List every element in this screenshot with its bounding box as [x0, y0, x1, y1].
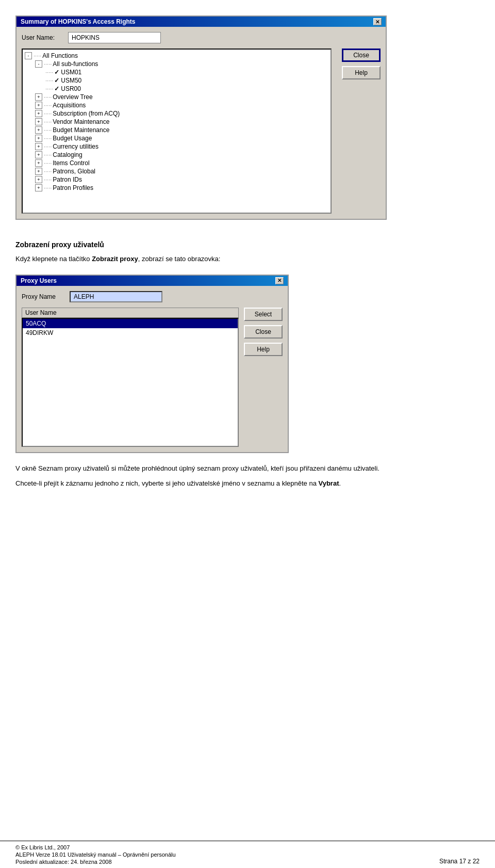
tree-item-acquisitions[interactable]: + ····· Acquisitions	[25, 101, 328, 109]
proxy-name-input[interactable]: ALEPH	[70, 291, 162, 302]
access-rights-tree[interactable]: - ····· All Functions - ····· All sub-fu…	[22, 49, 332, 214]
section2-para1: V okně Seznam proxy uživatelů si můžete …	[15, 463, 480, 474]
proxy-titlebar: Proxy Users ✕	[16, 276, 288, 286]
page-footer: © Ex Libris Ltd., 2007 ALEPH Verze 18.01…	[0, 841, 495, 868]
access-rights-buttons: Close Help	[342, 49, 381, 79]
expand-icon-overview[interactable]: +	[35, 93, 42, 101]
access-rights-close-icon[interactable]: ✕	[373, 18, 382, 25]
expand-icon-subscription[interactable]: +	[35, 110, 42, 117]
expand-icon-items[interactable]: +	[35, 159, 42, 167]
proxy-list-item-49dirkw[interactable]: 49DIRKW	[23, 328, 238, 337]
expand-icon-cataloging[interactable]: +	[35, 151, 42, 158]
expand-icon-vendor[interactable]: +	[35, 118, 42, 125]
proxy-list-header: User Name	[22, 308, 239, 318]
proxy-close-icon[interactable]: ✕	[275, 277, 284, 284]
tree-label-all-functions: All Functions	[42, 52, 78, 59]
check-usr00: ✓	[54, 85, 59, 92]
section2-para2: Chcete-li přejít k záznamu jednoho z nic…	[15, 478, 480, 489]
tree-item-patron-profiles[interactable]: + ····· Patron Profiles	[25, 184, 328, 192]
footer-line2: ALEPH Verze 18.01 Uživatelský manuál – O…	[15, 851, 176, 858]
tree-label-vendor: Vendor Maintenance	[53, 118, 109, 125]
tree-label-all-subfunctions: All sub-functions	[53, 60, 98, 68]
proxy-list-area: User Name 50ACQ 49DIRKW Select Close Hel…	[22, 308, 283, 447]
footer-line3: Poslední aktualizace: 24. března 2008	[15, 859, 176, 865]
proxy-close-button[interactable]: Close	[244, 325, 283, 339]
proxy-buttons-col: Select Close Help	[244, 308, 283, 447]
access-rights-help-button[interactable]: Help	[342, 66, 381, 79]
tree-item-cataloging[interactable]: + ····· Cataloging	[25, 151, 328, 159]
tree-item-usm50[interactable]: ····· ✓ USM50	[25, 76, 328, 85]
access-rights-dialog: Summary of HOPKINS's Access Rights ✕ Use…	[15, 15, 387, 220]
access-rights-title: Summary of HOPKINS's Access Rights	[21, 18, 135, 25]
proxy-listbox[interactable]: 50ACQ 49DIRKW	[22, 318, 239, 447]
footer-left: © Ex Libris Ltd., 2007 ALEPH Verze 18.01…	[15, 844, 176, 865]
tree-item-items-control[interactable]: + ····· Items Control	[25, 159, 328, 167]
tree-item-subscription[interactable]: + ····· Subscription (from ACQ)	[25, 109, 328, 118]
proxy-list-container: User Name 50ACQ 49DIRKW	[22, 308, 239, 447]
section1-text-part1: Když klepnete na tlačítko	[15, 255, 92, 263]
tree-item-vendor[interactable]: + ····· Vendor Maintenance	[25, 118, 328, 126]
check-usm01: ✓	[54, 69, 59, 76]
tree-item-budget-maint[interactable]: + ····· Budget Maintenance	[25, 126, 328, 134]
tree-item-budget-usage[interactable]: + ····· Budget Usage	[25, 134, 328, 142]
tree-item-currency[interactable]: + ····· Currency utilities	[25, 142, 328, 151]
tree-item-overview[interactable]: + ····· Overview Tree	[25, 93, 328, 101]
tree-item-all-functions[interactable]: - ····· All Functions	[25, 52, 328, 60]
tree-label-patrons-global: Patrons, Global	[53, 168, 95, 175]
expand-icon-acquisitions[interactable]: +	[35, 102, 42, 109]
section1-text-part2: , zobrazí se tato obrazovka:	[138, 255, 221, 263]
tree-label-patron-ids: Patron IDs	[53, 176, 82, 183]
tree-label-currency: Currency utilities	[53, 143, 98, 150]
tree-label-cataloging: Cataloging	[53, 151, 82, 158]
tree-label-patron-profiles: Patron Profiles	[53, 184, 93, 191]
expand-icon-currency[interactable]: +	[35, 143, 42, 150]
expand-icon-patrons-global[interactable]: +	[35, 168, 42, 175]
proxy-title: Proxy Users	[21, 277, 57, 284]
tree-label-acquisitions: Acquisitions	[53, 102, 86, 109]
tree-label-usr00: USR00	[61, 85, 81, 92]
tree-label-subscription: Subscription (from ACQ)	[53, 110, 120, 117]
access-rights-titlebar: Summary of HOPKINS's Access Rights ✕	[16, 17, 386, 27]
user-name-label: User Name:	[22, 34, 63, 41]
tree-label-usm50: USM50	[61, 77, 81, 84]
tree-item-patrons-global[interactable]: + ····· Patrons, Global	[25, 167, 328, 175]
proxy-list-item-50acq[interactable]: 50ACQ	[23, 319, 238, 328]
tree-item-usr00[interactable]: ····· ✓ USR00	[25, 85, 328, 93]
tree-item-patron-ids[interactable]: + ····· Patron IDs	[25, 175, 328, 184]
expand-icon-patron-profiles[interactable]: +	[35, 184, 42, 191]
expand-icon-patron-ids[interactable]: +	[35, 176, 42, 183]
access-rights-close-button[interactable]: Close	[342, 49, 381, 62]
expand-icon-budget-maint[interactable]: +	[35, 126, 42, 134]
expand-icon-budget-usage[interactable]: +	[35, 135, 42, 142]
tree-label-usm01: USM01	[61, 69, 81, 76]
tree-label-budget-usage: Budget Usage	[53, 135, 92, 142]
proxy-help-button[interactable]: Help	[244, 343, 283, 356]
tree-item-usm01[interactable]: ····· ✓ USM01	[25, 68, 328, 76]
tree-item-all-subfunctions[interactable]: - ····· All sub-functions	[25, 60, 328, 68]
check-usm50: ✓	[54, 77, 59, 84]
section2-text-part2: .	[339, 479, 341, 487]
tree-label-budget-maint: Budget Maintenance	[53, 126, 109, 134]
footer-copyright: © Ex Libris Ltd., 2007	[15, 844, 176, 850]
section1-heading: Zobrazení proxy uživatelů	[15, 240, 480, 249]
footer-page-info: Strana 17 z 22	[439, 858, 480, 865]
expand-icon-all-functions[interactable]: -	[25, 52, 32, 59]
section1-text-bold: Zobrazit proxy	[92, 255, 138, 263]
proxy-select-button[interactable]: Select	[244, 308, 283, 321]
proxy-dialog: Proxy Users ✕ Proxy Name ALEPH User Name…	[15, 275, 289, 453]
tree-label-overview: Overview Tree	[53, 93, 92, 101]
section2-text-bold: Vybrat	[318, 479, 339, 487]
user-name-value: HOPKINS	[68, 32, 161, 43]
tree-label-items-control: Items Control	[53, 159, 89, 167]
expand-icon-subfunctions[interactable]: -	[35, 60, 42, 68]
proxy-name-label: Proxy Name	[22, 293, 65, 300]
section1-text: Když klepnete na tlačítko Zobrazit proxy…	[15, 254, 480, 264]
section2-text-part1: Chcete-li přejít k záznamu jednoho z nic…	[15, 479, 318, 487]
